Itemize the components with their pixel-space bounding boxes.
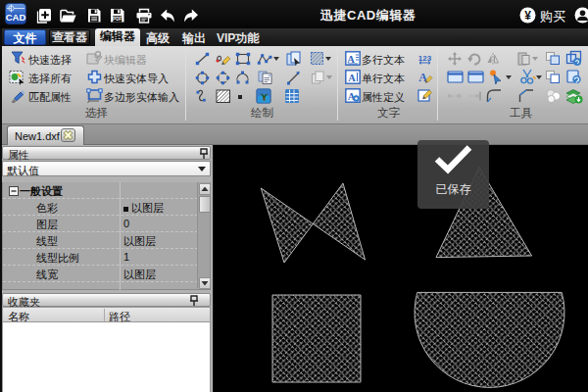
- svg-text:PDF: PDF: [113, 17, 122, 22]
- svg-text:¥: ¥: [524, 9, 531, 23]
- svg-text:A: A: [347, 54, 355, 65]
- svg-text:123: 123: [418, 54, 432, 63]
- svg-text:A: A: [348, 73, 356, 83]
- svg-text:CAD: CAD: [6, 12, 26, 23]
